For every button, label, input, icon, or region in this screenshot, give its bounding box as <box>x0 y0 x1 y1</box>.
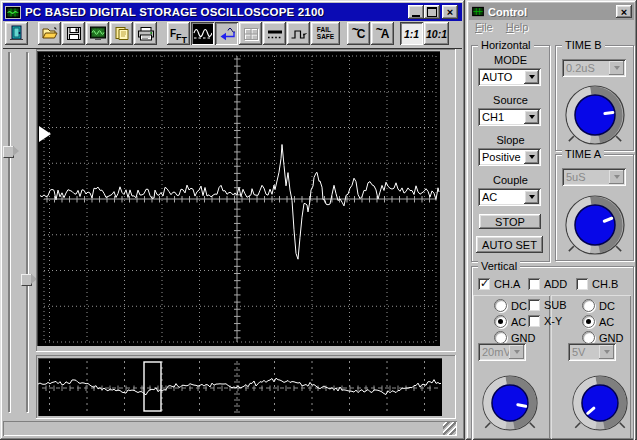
auto-set-button[interactable]: AUTO SET <box>476 236 543 253</box>
cha-radio-dc[interactable]: DC <box>494 299 527 312</box>
cha-checkbox[interactable]: CH.A <box>478 278 520 290</box>
chevron-down-icon[interactable] <box>509 345 524 359</box>
toolbar-button-recall-wave[interactable] <box>215 22 238 45</box>
radio-circle[interactable] <box>494 315 507 328</box>
slope-label: Slope <box>472 134 549 146</box>
chevron-down-icon[interactable] <box>599 345 614 359</box>
couple-select[interactable]: AC <box>478 188 541 206</box>
time-a-select[interactable]: 5uS <box>562 168 626 186</box>
slope-select[interactable]: Positive <box>478 148 541 166</box>
chevron-down-icon[interactable] <box>609 170 624 184</box>
toolbar-button-probe-1-1[interactable]: 1:1 <box>400 22 423 45</box>
radio-circle[interactable] <box>582 299 595 312</box>
maximize-button[interactable] <box>424 5 440 19</box>
mode-select[interactable]: AUTO <box>478 68 541 86</box>
control-close-button[interactable]: × <box>616 5 632 18</box>
preview-display <box>38 358 442 416</box>
control-title-bar[interactable]: Control × <box>469 3 634 20</box>
calibrate-a-label: ~A <box>376 27 390 41</box>
time-b-select[interactable]: 0.2uS <box>562 59 626 77</box>
minimize-icon <box>412 15 420 17</box>
toolbar-button-calibrate-c[interactable]: ~C <box>347 22 370 45</box>
scope-display <box>37 51 440 346</box>
close-icon: × <box>447 7 453 17</box>
marker-slider-b[interactable] <box>19 50 35 414</box>
minimize-button[interactable] <box>408 5 424 19</box>
menu-file[interactable]: File <box>475 21 493 37</box>
checkbox-box[interactable] <box>528 278 540 290</box>
slider-thumb[interactable] <box>21 274 32 286</box>
slider-thumb[interactable] <box>3 146 14 158</box>
source-label: Source <box>472 94 549 106</box>
couple-label: Couple <box>472 174 549 186</box>
chb-checkbox[interactable]: CH.B <box>576 278 618 290</box>
chevron-down-icon[interactable] <box>609 61 624 75</box>
menu-help[interactable]: Help <box>506 21 529 37</box>
chb-gain-knob[interactable] <box>564 367 636 440</box>
toolbar-button-dotted-line[interactable] <box>263 22 286 45</box>
chevron-down-icon[interactable] <box>524 110 539 124</box>
fft-icon: FFT <box>170 29 187 39</box>
scope-grid-and-trace <box>37 51 440 346</box>
source-select[interactable]: CH1 <box>478 108 541 126</box>
exit-door-icon <box>8 25 26 42</box>
group-label: Vertical <box>478 260 520 272</box>
mode-label: MODE <box>472 54 549 66</box>
toolbar-button-open[interactable] <box>38 22 61 45</box>
xy-checkbox[interactable]: X-Y <box>528 315 562 327</box>
cha-radio-ac[interactable]: AC <box>494 315 526 328</box>
time-b-group: TIME B 0.2uS <box>555 45 634 151</box>
toolbar-button-fft[interactable]: FFT <box>167 22 190 45</box>
toolbar-button-probe-10-1[interactable]: 10:1 <box>424 22 449 45</box>
chevron-down-icon[interactable] <box>524 70 539 84</box>
marker-slider-a[interactable] <box>1 50 17 414</box>
chb-range-select[interactable]: 5V <box>568 343 616 361</box>
add-checkbox[interactable]: ADD <box>528 278 567 290</box>
control-window: Control × FileHelp Horizontal MODE AUTO … <box>466 0 637 440</box>
scope-panel <box>36 49 456 352</box>
radio-circle[interactable] <box>582 315 595 328</box>
cha-range-select[interactable]: 20mV <box>478 343 526 361</box>
knob-dial <box>564 367 636 439</box>
fail-safe-label: FAILSAFE <box>317 27 334 40</box>
chb-radio-ac[interactable]: AC <box>582 315 614 328</box>
checkbox-box[interactable] <box>576 278 588 290</box>
save-floppy-icon <box>66 26 82 41</box>
resize-grip[interactable] <box>443 422 456 435</box>
chevron-down-icon[interactable] <box>524 150 539 164</box>
toolbar-button-calibrate-a[interactable]: ~A <box>371 22 394 45</box>
preview-panel <box>36 355 456 419</box>
toolbar-button-save[interactable] <box>62 22 85 45</box>
toolbar-button-fail-safe[interactable]: FAILSAFE <box>311 22 340 45</box>
sub-checkbox[interactable]: SUB <box>528 299 567 311</box>
chb-radio-dc[interactable]: DC <box>582 299 615 312</box>
toolbar-button-copy[interactable] <box>110 22 133 45</box>
open-folder-icon <box>41 26 59 41</box>
toolbar-button-step-wave[interactable] <box>287 22 310 45</box>
checkbox-box[interactable] <box>478 278 490 290</box>
time-a-knob[interactable] <box>557 187 633 265</box>
group-label: TIME B <box>562 39 605 51</box>
chevron-down-icon[interactable] <box>524 190 539 204</box>
toolbar: FFTFAILSAFE~C~A1:110:1 <box>3 22 462 48</box>
knob-dial <box>557 187 633 263</box>
toolbar-button-sine-display[interactable] <box>191 22 214 45</box>
scope-screen-icon <box>89 26 107 41</box>
close-button[interactable]: × <box>442 5 458 19</box>
toolbar-button-grid-toggle[interactable] <box>239 22 262 45</box>
time-b-knob[interactable] <box>557 77 633 155</box>
cha-gain-knob[interactable] <box>474 367 546 440</box>
vertical-group: Vertical CH.A ADD CH.B DC AC <box>471 266 634 440</box>
toolbar-button-print[interactable] <box>134 22 157 45</box>
toolbar-button-display-mode[interactable] <box>86 22 109 45</box>
main-title-bar[interactable]: PC BASED DIGITAL STORAGE OSCILLOSCOPE 21… <box>3 3 462 21</box>
group-label: TIME A <box>562 148 604 160</box>
stop-button[interactable]: STOP <box>479 214 541 229</box>
radio-circle[interactable] <box>494 299 507 312</box>
toolbar-button-exit[interactable] <box>5 22 28 45</box>
checkbox-box[interactable] <box>528 299 540 311</box>
checkbox-box[interactable] <box>528 315 540 327</box>
menu-bar: FileHelp <box>470 21 630 37</box>
probe-1-1-label: 1:1 <box>404 28 419 40</box>
time-a-group: TIME A 5uS <box>555 154 634 261</box>
